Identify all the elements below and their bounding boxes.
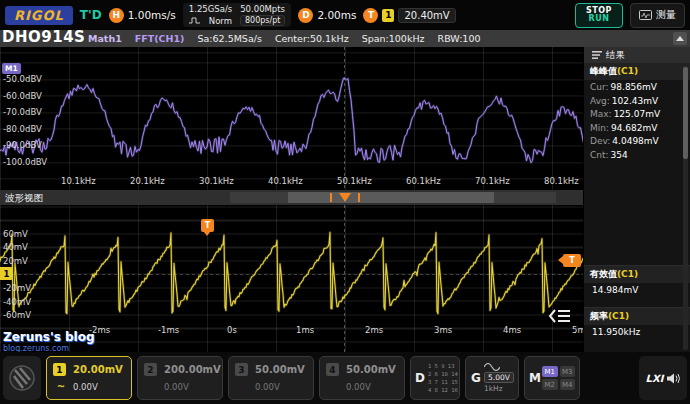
wave-y-label: -60mV: [3, 310, 31, 320]
overview-window-left[interactable]: [330, 193, 332, 202]
results-scrollbar-thumb[interactable]: [683, 67, 688, 159]
wave-x-label: 2ms: [365, 325, 383, 335]
measurement-name: 峰峰值: [590, 66, 617, 76]
memory-depth: 50.00Mpts: [240, 4, 285, 14]
fft-x-label: 60.1kHz: [406, 176, 441, 186]
overview-window-right[interactable]: [358, 193, 360, 202]
measurement-source: (C1): [617, 269, 638, 279]
generator-frequency: 1kHz: [484, 384, 503, 393]
fft-center-frequency[interactable]: Center:50.1kHz: [275, 33, 349, 44]
blog-watermark: Zeruns's blog: [3, 330, 95, 344]
horizontal-timebase-button[interactable]: H 1.00ms/s: [109, 8, 176, 23]
fft-x-label: 70.1kHz: [475, 176, 510, 186]
math2-pill[interactable]: M2: [542, 379, 558, 390]
overview-trigger-marker[interactable]: [339, 193, 351, 202]
ch1-ground-marker[interactable]: 1: [0, 267, 13, 280]
digital-channels-button[interactable]: D 1 5 9 13 2 6 10 14 3 7 11 15 4 8 12 16: [410, 356, 460, 400]
waveform-overview-bar[interactable]: [230, 192, 556, 203]
wave-y-label: -20mV: [3, 283, 31, 293]
channel1-button[interactable]: 1 20.00mV ~ 0.00V: [46, 356, 132, 400]
panel-collapse-button[interactable]: [673, 32, 687, 45]
results-scrollbar[interactable]: [683, 65, 688, 350]
measurement-rms[interactable]: 有效值(C1) 14.984mV: [584, 265, 690, 297]
stat-row: Min:94.682mV: [584, 121, 690, 135]
stat-row: Cnt:354: [584, 148, 690, 162]
timebase-value: 1.00ms/s: [128, 9, 176, 21]
trigger-level-value: 20.40mV: [398, 8, 455, 23]
overview-segment: [494, 192, 556, 203]
fft-x-label: 30.1kHz: [199, 176, 234, 186]
ch4-offset: 0.00V: [346, 382, 398, 392]
acquire-mode-icon: [189, 16, 201, 25]
model-watermark: DHO914S: [2, 28, 85, 46]
channel2-button[interactable]: 2 200.00mV 0.00V: [137, 356, 223, 400]
lxi-status-button[interactable]: LXI: [639, 356, 687, 400]
digital-label: D: [415, 371, 428, 385]
channel4-button[interactable]: 4 50.00mV 0.00V: [319, 356, 405, 400]
fft-rbw: RBW:100: [438, 33, 481, 44]
trigger-position-marker[interactable]: T: [201, 219, 214, 232]
measurement-frequency[interactable]: 频率(C1) 11.950kHz: [584, 307, 690, 339]
measurement-name: 有效值: [590, 269, 617, 279]
measurement-peak-peak[interactable]: 峰峰值(C1) Cur:98.856mV Avg:102.43mV Max:12…: [584, 63, 690, 161]
ch2-scale: 200.00mV: [164, 364, 221, 375]
system-menu-button[interactable]: [3, 356, 41, 400]
acquisition-button[interactable]: 1.25GSa/s 50.00Mpts Norm 800ps/pt: [183, 3, 292, 27]
ch3-offset: 0.00V: [255, 382, 307, 392]
digital-row: 4 8 12 16: [428, 386, 458, 394]
math-button[interactable]: M M1 M3 M2 M4: [524, 356, 580, 400]
waveform-view-title: 波形视图: [5, 192, 43, 205]
fft-y-label: -50.0dBV: [3, 74, 42, 84]
ch2-offset: 0.00V: [164, 382, 221, 392]
measurement-source: (C1): [617, 66, 638, 76]
wave-x-label: 3ms: [434, 325, 452, 335]
ch3-scale: 50.00mV: [255, 364, 307, 375]
wave-x-label: 4ms: [503, 325, 521, 335]
delay-value: 2.00ms: [317, 9, 356, 21]
digital-row: 2 6 10 14: [428, 370, 458, 378]
fft-x-label: 10.1kHz: [61, 176, 96, 186]
quick-menu-icon[interactable]: [548, 308, 572, 324]
run-label: RUN: [589, 15, 610, 23]
ch1-scale: 20.00mV: [73, 364, 125, 375]
rigol-logo: RIGOL: [5, 6, 73, 25]
generator-button[interactable]: G 5.00V 1kHz: [465, 356, 519, 400]
results-list-icon: [592, 51, 602, 59]
trigger-level-marker[interactable]: T: [563, 254, 581, 267]
ch3-badge: 3: [235, 363, 248, 376]
math-label: M: [529, 371, 542, 385]
bottom-channel-bar: 1 20.00mV ~ 0.00V 2 200.00mV 0.00V 3 50.…: [0, 352, 690, 404]
measurement-value: 14.984mV: [592, 285, 638, 295]
measure-button[interactable]: 测量: [630, 3, 685, 28]
stat-row: Max:125.07mV: [584, 107, 690, 121]
math1-reference-badge[interactable]: M1: [2, 63, 21, 74]
run-stop-button[interactable]: STOP RUN: [575, 3, 623, 28]
top-header-bar: RIGOL T'D H 1.00ms/s 1.25GSa/s 50.00Mpts…: [0, 0, 690, 30]
horizontal-delay-button[interactable]: D 2.00ms: [298, 8, 356, 23]
wave-x-label: 0s: [227, 325, 237, 335]
oscilloscope-screen: RIGOL T'D H 1.00ms/s 1.25GSa/s 50.00Mpts…: [0, 0, 690, 404]
speaker-icon: [667, 373, 680, 384]
wave-y-label: 40mV: [3, 242, 28, 252]
trigger-status: T'D: [80, 8, 102, 22]
math4-pill[interactable]: M4: [560, 379, 576, 390]
generator-voltage: 5.00V: [484, 372, 514, 383]
sine-wave-icon: [484, 363, 500, 371]
measure-label: 测量: [656, 8, 676, 22]
wave-x-label: -1ms: [158, 325, 179, 335]
h-badge: H: [109, 8, 124, 23]
fft-span[interactable]: Span:100kHz: [362, 33, 425, 44]
math1-pill[interactable]: M1: [542, 366, 558, 377]
math-source-label[interactable]: Math1: [88, 33, 122, 44]
trigger-settings-button[interactable]: T 1 20.40mV: [363, 8, 455, 23]
stat-row: Avg:102.43mV: [584, 94, 690, 108]
fft-y-label: -70.0dBV: [3, 107, 42, 117]
channel3-button[interactable]: 3 50.00mV 0.00V: [228, 356, 314, 400]
math-function-label[interactable]: FFT(CH1): [135, 33, 185, 44]
math3-pill[interactable]: M3: [560, 366, 576, 377]
measure-icon: [639, 10, 652, 20]
results-panel: 结果 峰峰值(C1) Cur:98.856mV Avg:102.43mV Max…: [583, 47, 690, 353]
rigol-claw-icon: [7, 361, 37, 395]
stat-row: Cur:98.856mV: [584, 80, 690, 94]
fft-x-label: 40.1kHz: [268, 176, 303, 186]
